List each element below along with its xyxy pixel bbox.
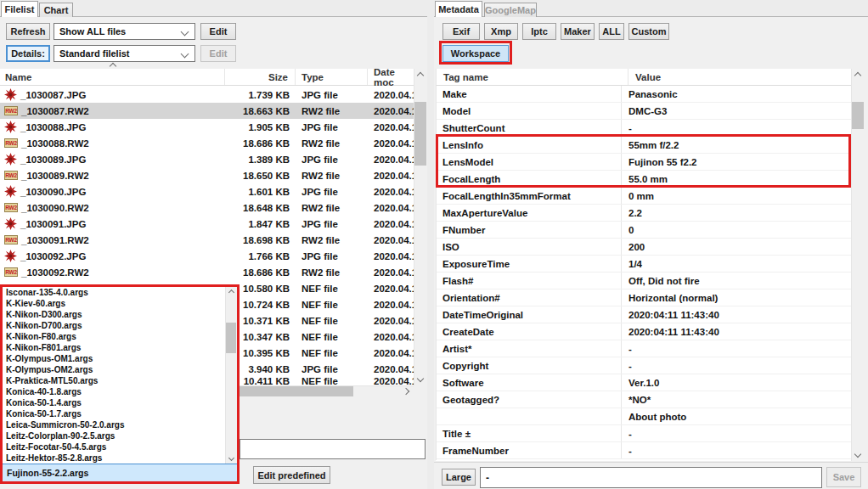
metadata-row[interactable]: FocalLengthIn35mmFormat0 mm xyxy=(437,188,851,205)
lens-args-list-item[interactable]: Konica-40-1.8.args xyxy=(3,386,225,397)
metadata-row[interactable]: MakePanasonic xyxy=(437,86,851,103)
lens-args-list-item[interactable]: Leitz-Focotar-50-4.5.args xyxy=(3,441,225,452)
scroll-up-icon[interactable] xyxy=(851,69,865,82)
refresh-button[interactable]: Refresh xyxy=(6,23,50,40)
metadata-row[interactable]: MaxApertureValue2.2 xyxy=(437,205,851,222)
metadata-row[interactable]: Orientation#Horizontal (normal) xyxy=(437,289,851,306)
lens-args-list-item[interactable]: Konica-50-1.4.args xyxy=(3,397,225,408)
metadata-row[interactable]: Copyright- xyxy=(437,357,851,374)
file-filter-value: Show ALL files xyxy=(59,26,126,37)
scroll-down-icon[interactable] xyxy=(414,372,427,385)
lens-args-list-item[interactable]: Leitz-Colorplan-90-2.5.args xyxy=(3,430,225,441)
lens-args-list-item[interactable]: K-Nikon-F80.args xyxy=(3,331,225,342)
metadata-vscrollbar-thumb[interactable] xyxy=(852,102,864,129)
file-row[interactable]: _1030092.JPG1.766 KBJPG file2020.04.1 xyxy=(0,248,414,264)
lens-args-list-item[interactable]: K-Nikon-D700.args xyxy=(3,320,225,331)
scroll-down-icon[interactable] xyxy=(851,447,865,461)
edit-predefined-button[interactable]: Edit predefined xyxy=(253,466,330,484)
large-button[interactable]: Large xyxy=(442,469,476,486)
file-row[interactable]: RW2_1030088.RW218.686 KBRW2 file2020.04.… xyxy=(0,135,414,151)
xmp-button[interactable]: Xmp xyxy=(484,23,518,40)
tab-filelist[interactable]: Filelist xyxy=(1,1,38,17)
jpg-file-icon xyxy=(4,250,17,262)
lens-args-list-item[interactable]: K-Olympus-OM1.args xyxy=(3,353,225,364)
scroll-down-icon[interactable] xyxy=(224,451,238,464)
metadata-row[interactable]: LensModelFujinon 55 f2.2 xyxy=(437,154,851,171)
metadata-row[interactable]: About photo xyxy=(437,408,851,425)
lens-list-scrollbar[interactable] xyxy=(225,287,237,464)
file-row[interactable]: _1030089.JPG1.389 KBJPG file2020.04.1 xyxy=(0,151,414,167)
tab-metadata[interactable]: Metadata xyxy=(435,1,482,17)
metadata-row[interactable]: LensInfo55mm f/2.2 xyxy=(437,137,851,154)
scroll-up-icon[interactable] xyxy=(414,69,427,82)
file-type-cell: JPG file xyxy=(296,122,368,132)
scroll-right-icon[interactable] xyxy=(399,385,413,398)
file-row[interactable]: _1030087.JPG1.739 KBJPG file2020.04.1 xyxy=(0,87,414,103)
file-row[interactable]: RW2_1030090.RW218.648 KBRW2 file2020.04.… xyxy=(0,200,414,216)
metadata-row[interactable]: Flash#Off, Did not fire xyxy=(437,273,851,289)
file-row[interactable]: _1030090.JPG1.601 KBJPG file2020.04.1 xyxy=(0,183,414,200)
metadata-row[interactable]: ExposureTime1/4 xyxy=(437,256,851,273)
metadata-value-input[interactable] xyxy=(480,467,822,488)
column-header-date[interactable]: Date moc xyxy=(368,69,414,85)
edit-filter-button[interactable]: Edit xyxy=(200,23,236,40)
file-filter-combobox[interactable]: Show ALL files xyxy=(54,23,195,40)
column-header-type[interactable]: Type xyxy=(296,69,368,85)
metadata-row[interactable]: Title ±- xyxy=(437,425,851,442)
lens-args-list-item[interactable]: K-Nikon-D300.args xyxy=(3,309,225,320)
metadata-row[interactable]: ShutterCount- xyxy=(437,120,851,137)
lens-args-list-item[interactable]: Leitz-Hektor-85-2.8.args xyxy=(3,452,225,464)
lens-list-scrollbar-thumb[interactable] xyxy=(226,323,236,353)
file-date-cell: 2020.04.1 xyxy=(368,267,414,278)
lens-args-list-item[interactable]: K-Kiev-60.args xyxy=(3,298,225,309)
metadata-row[interactable]: DateTimeOriginal2020:04:11 11:43:40 xyxy=(437,306,851,323)
iptc-button[interactable]: Iptc xyxy=(522,23,556,40)
workspace-button[interactable]: Workspace xyxy=(442,45,509,62)
metadata-row[interactable]: FrameNumber- xyxy=(437,442,851,459)
metadata-row[interactable]: Artist*- xyxy=(437,340,851,357)
filelist-vscrollbar-thumb[interactable] xyxy=(414,102,426,166)
lens-args-list-item[interactable]: K-Olympus-OM2.args xyxy=(3,364,225,375)
column-header-size[interactable]: Size xyxy=(225,69,296,85)
metadata-row[interactable]: FNumber0 xyxy=(437,222,851,239)
file-row[interactable]: RW2_1030092.RW218.686 KBRW2 file2020.04.… xyxy=(0,264,414,280)
comment-input[interactable] xyxy=(240,439,426,459)
lens-args-combobox[interactable]: Fujinon-55-2.2.args xyxy=(3,464,237,481)
file-name-cell: RW2_1030091.RW2 xyxy=(0,235,225,245)
column-header-name[interactable]: Name xyxy=(0,69,225,85)
details-button[interactable]: Details: xyxy=(6,45,50,62)
custom-button[interactable]: Custom xyxy=(628,23,669,40)
column-header-value[interactable]: Value xyxy=(628,69,851,85)
metadata-row[interactable]: ModelDMC-G3 xyxy=(437,103,851,120)
file-date-cell: 2020.04.1 xyxy=(368,171,414,181)
lens-args-list-item[interactable]: Isconar-135-4.0.args xyxy=(3,287,225,298)
metadata-tag-cell: ExposureTime xyxy=(437,259,621,269)
lens-args-list-item[interactable]: K-Nikon-F801.args xyxy=(3,342,225,353)
tab-chart[interactable]: Chart xyxy=(39,3,73,17)
metadata-row[interactable]: SoftwareVer.1.0 xyxy=(437,374,851,391)
all-button[interactable]: ALL xyxy=(599,23,624,40)
filelist-style-combobox[interactable]: Standard filelist xyxy=(54,45,195,62)
column-header-tagname[interactable]: Tag name xyxy=(437,72,628,82)
lens-args-listbox[interactable]: Isconar-135-4.0.argsK-Kiev-60.argsK-Niko… xyxy=(3,287,225,464)
file-row[interactable]: RW2_1030089.RW218.650 KBRW2 file2020.04.… xyxy=(0,167,414,183)
metadata-row[interactable]: FocalLength55.0 mm xyxy=(437,171,851,188)
file-row[interactable]: RW2_1030087.RW218.663 KBRW2 file2020.04.… xyxy=(0,103,414,119)
exif-button[interactable]: Exif xyxy=(442,23,480,40)
file-size-cell: 1.389 KB xyxy=(225,155,296,165)
file-size-cell: 18.698 KB xyxy=(225,235,296,245)
lens-args-list-item[interactable]: Konica-50-1.7.args xyxy=(3,408,225,419)
file-row[interactable]: RW2_1030091.RW218.698 KBRW2 file2020.04.… xyxy=(0,232,414,248)
file-size-cell: 1.766 KB xyxy=(225,251,296,261)
lens-args-list-item[interactable]: K-Praktica-MTL50.args xyxy=(3,375,225,386)
metadata-row[interactable]: ISO200 xyxy=(437,239,851,256)
rw2-file-icon: RW2 xyxy=(4,235,18,244)
scroll-up-icon[interactable] xyxy=(224,285,238,299)
file-row[interactable]: _1030088.JPG1.905 KBJPG file2020.04.1 xyxy=(0,119,414,135)
maker-button[interactable]: Maker xyxy=(561,23,595,40)
tab-googlemap[interactable]: GoogleMap xyxy=(484,3,537,17)
metadata-row[interactable]: Geotagged?*NO* xyxy=(437,391,851,408)
file-row[interactable]: _1030091.JPG1.847 KBJPG file2020.04.1 xyxy=(0,216,414,232)
metadata-row[interactable]: CreateDate2020:04:11 11:43:40 xyxy=(437,323,851,340)
lens-args-list-item[interactable]: Leica-Summicron-50-2.0.args xyxy=(3,419,225,430)
